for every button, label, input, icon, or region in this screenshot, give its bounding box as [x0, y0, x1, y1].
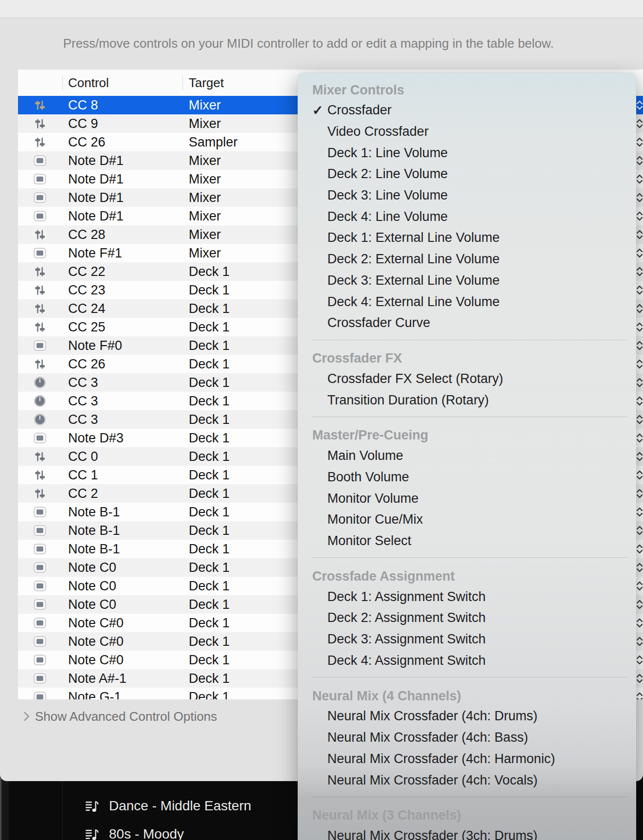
popup-chevron-icon [636, 618, 643, 628]
control-cell: Note D#1 [68, 170, 124, 188]
menu-item-label: Deck 4: External Line Volume [327, 294, 500, 310]
menu-item[interactable]: Monitor Volume [298, 488, 636, 509]
menu-item[interactable]: Deck 4: Line Volume [298, 206, 636, 227]
popup-chevron-icon [636, 340, 643, 351]
menu-item[interactable]: Video Crossfader [298, 121, 636, 143]
target-popup[interactable]: Deck 1 [189, 669, 230, 688]
target-popup[interactable]: Deck 1 [189, 466, 230, 484]
menu-item[interactable]: Crossfader Curve [298, 312, 636, 334]
popup-chevron-icon [636, 488, 643, 499]
menu-item[interactable]: Neural Mix Crossfader (4ch: Drums) [298, 706, 636, 727]
target-popup[interactable]: Deck 1 [189, 373, 230, 392]
menu-item[interactable]: Neural Mix Crossfader (3ch: Drums) [298, 825, 636, 840]
menu-item[interactable]: Neural Mix Crossfader (4ch: Bass) [298, 727, 636, 749]
menu-item[interactable]: Deck 4: External Line Volume [298, 291, 636, 312]
popup-chevron-icon [636, 303, 643, 314]
menu-item[interactable]: Monitor Select [298, 530, 636, 552]
target-popup[interactable]: Deck 1 [189, 281, 230, 299]
popup-chevron-icon [636, 581, 643, 591]
popup-chevron-icon [636, 525, 643, 536]
control-cell: CC 25 [68, 318, 106, 336]
button-icon [34, 210, 46, 222]
target-popup[interactable]: Mixer [189, 207, 221, 225]
menu-item[interactable]: ✓ Crossfader [298, 100, 636, 121]
target-popup[interactable]: Deck 1 [189, 262, 230, 281]
target-popup[interactable]: Sampler [189, 133, 238, 151]
target-popup[interactable]: Deck 1 [189, 410, 230, 429]
target-popup[interactable]: Deck 1 [189, 577, 230, 595]
popup-chevron-icon [636, 118, 643, 129]
popup-chevron-icon [636, 359, 643, 369]
target-popup[interactable]: Deck 1 [189, 521, 230, 540]
control-cell: Note D#1 [68, 207, 124, 225]
target-popup[interactable]: Mixer [189, 170, 221, 188]
menu-item[interactable]: Transition Duration (Rotary) [298, 389, 636, 411]
menu-item[interactable]: Deck 4: Assignment Switch [298, 650, 636, 671]
button-icon [34, 691, 46, 699]
menu-item[interactable]: Deck 1: Line Volume [298, 142, 636, 164]
button-icon [34, 561, 46, 574]
control-cell: Note C#0 [68, 651, 124, 669]
target-popup[interactable]: Mixer [189, 96, 221, 114]
target-popup[interactable]: Mixer [189, 151, 221, 170]
target-popup[interactable]: Mixer [189, 188, 221, 207]
target-popup[interactable]: Deck 1 [189, 355, 230, 373]
menu-item[interactable]: Deck 1: External Line Volume [298, 227, 636, 249]
playlist-label: Dance - Middle Eastern [109, 798, 251, 814]
control-cell: CC 23 [68, 281, 106, 299]
target-popup[interactable]: Deck 1 [189, 484, 230, 503]
target-popup[interactable]: Deck 1 [189, 392, 230, 410]
target-popup[interactable]: Deck 1 [189, 429, 230, 447]
target-popup[interactable]: Mixer [189, 114, 221, 133]
menu-item[interactable]: Neural Mix Crossfader (4ch: Vocals) [298, 769, 636, 791]
menu-item[interactable]: Booth Volume [298, 467, 636, 488]
button-icon [34, 672, 46, 685]
menu-item[interactable]: Crossfader FX Select (Rotary) [298, 368, 636, 390]
target-popup[interactable]: Deck 1 [189, 299, 230, 318]
sidebar-divider [62, 781, 63, 840]
menu-divider [311, 797, 627, 797]
popup-chevron-icon [636, 174, 643, 184]
popup-chevron-icon [636, 655, 643, 665]
menu-item[interactable]: Deck 3: Line Volume [298, 185, 636, 206]
menu-item[interactable]: Deck 3: Assignment Switch [298, 629, 636, 650]
playlist-item[interactable]: 80s - Moody [85, 826, 184, 840]
target-popup[interactable]: Mixer [189, 225, 221, 244]
target-popup[interactable]: Deck 1 [189, 595, 230, 614]
target-popup[interactable]: Deck 1 [189, 318, 230, 336]
menu-divider [311, 340, 627, 340]
menu-item-label: Crossfader FX Select (Rotary) [327, 371, 503, 386]
menu-item[interactable]: Deck 2: External Line Volume [298, 249, 636, 270]
menu-item[interactable]: Monitor Cue/Mix [298, 509, 636, 530]
target-popup[interactable]: Deck 1 [189, 503, 230, 521]
menu-item[interactable]: Deck 1: Assignment Switch [298, 586, 636, 607]
target-popup[interactable]: Deck 1 [189, 336, 230, 355]
target-popup[interactable]: Deck 1 [189, 632, 230, 651]
popup-chevron-icon [636, 100, 643, 110]
control-cell: CC 26 [68, 355, 106, 373]
target-popup[interactable]: Deck 1 [189, 558, 230, 577]
target-popup[interactable]: Deck 1 [189, 614, 230, 632]
chevron-right-icon [20, 712, 30, 721]
menu-item[interactable]: Main Volume [298, 445, 636, 467]
target-popup[interactable]: Deck 1 [189, 540, 230, 558]
control-cell: CC 24 [68, 299, 106, 318]
menu-item[interactable]: Deck 3: External Line Volume [298, 270, 636, 292]
menu-item-label: Deck 2: External Line Volume [327, 252, 500, 267]
menu-item[interactable]: Neural Mix Crossfader (4ch: Harmonic) [298, 749, 636, 770]
menu-divider [311, 677, 627, 677]
target-popup[interactable]: Mixer [189, 244, 221, 262]
show-advanced-options-toggle[interactable]: Show Advanced Control Options [21, 708, 217, 725]
button-icon [34, 598, 46, 611]
fader-icon [34, 284, 46, 296]
target-popup[interactable]: Deck 1 [189, 447, 230, 466]
popup-chevron-icon [636, 137, 643, 147]
target-popup[interactable]: Deck 1 [189, 688, 230, 699]
target-popup[interactable]: Deck 1 [189, 651, 230, 669]
menu-item-label: Deck 3: Assignment Switch [327, 632, 486, 647]
control-cell: CC 22 [68, 262, 106, 281]
fader-icon [34, 358, 46, 370]
menu-item[interactable]: Deck 2: Assignment Switch [298, 607, 636, 629]
playlist-item[interactable]: Dance - Middle Eastern [85, 798, 251, 814]
menu-item[interactable]: Deck 2: Line Volume [298, 164, 636, 185]
